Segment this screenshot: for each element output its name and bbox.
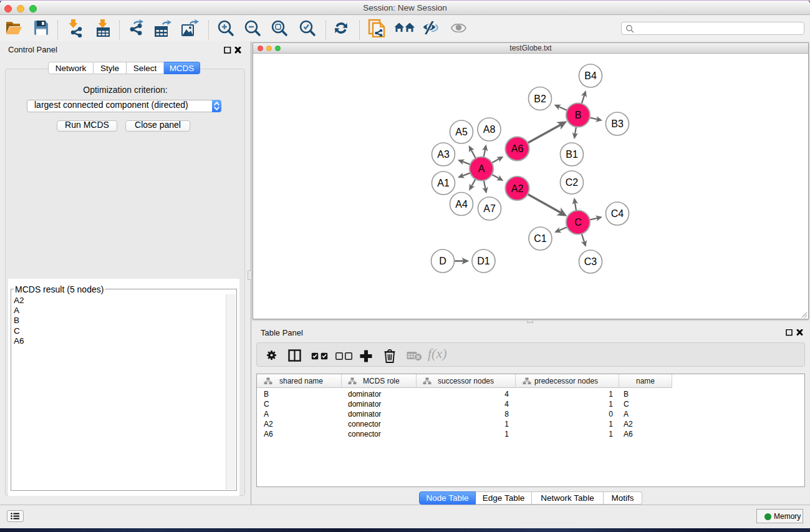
svg-text:C3: C3 — [584, 256, 597, 267]
svg-text:D: D — [439, 256, 446, 266]
svg-text:A6: A6 — [511, 143, 524, 154]
svg-text:A4: A4 — [455, 199, 468, 210]
svg-text:A5: A5 — [455, 127, 468, 137]
svg-text:C: C — [574, 217, 582, 228]
svg-text:B4: B4 — [584, 70, 597, 81]
svg-text:B1: B1 — [566, 149, 578, 160]
svg-text:B2: B2 — [534, 94, 546, 104]
svg-text:B3: B3 — [611, 118, 624, 129]
svg-text:C1: C1 — [534, 233, 547, 244]
svg-text:A7: A7 — [483, 203, 496, 214]
svg-text:A1: A1 — [437, 178, 450, 188]
svg-text:A3: A3 — [437, 149, 450, 160]
svg-text:A2: A2 — [511, 183, 524, 194]
svg-text:A8: A8 — [483, 124, 496, 135]
svg-text:B: B — [575, 110, 582, 120]
svg-text:C4: C4 — [611, 208, 624, 219]
svg-text:C2: C2 — [566, 177, 579, 188]
svg-text:A: A — [478, 163, 485, 174]
svg-text:D1: D1 — [477, 256, 490, 266]
